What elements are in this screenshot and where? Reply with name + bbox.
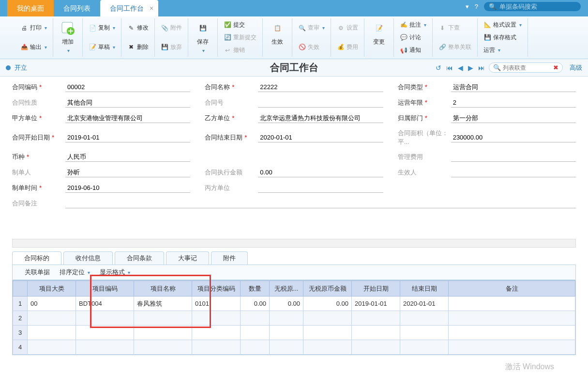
cell-qty[interactable]: 0.00 [241, 297, 270, 311]
list-search-input[interactable] [503, 64, 551, 71]
cell-qty[interactable] [241, 326, 270, 340]
print-button[interactable]: 🖨打印▾ [17, 22, 50, 33]
cell-remark[interactable] [449, 297, 575, 311]
abandon-button[interactable]: 💾放弃 [158, 42, 185, 53]
cell-cat[interactable]: 00 [28, 297, 76, 311]
dtab-events[interactable]: 大事记 [166, 251, 209, 265]
prev-icon[interactable]: ◀ [457, 64, 464, 72]
barcode-search[interactable]: 🔍 [484, 2, 581, 11]
nature-input[interactable] [65, 98, 190, 108]
revoke-button[interactable]: ↩撤销 [221, 45, 259, 56]
col-price[interactable]: 无税原... [270, 281, 303, 297]
resubmit-button[interactable]: 🔄重新提交 [221, 32, 259, 43]
effect-button[interactable]: 📋生效 [266, 18, 289, 48]
tab-contract-workbench[interactable]: 合同工作台 × [100, 0, 158, 16]
col-amt[interactable]: 无税原币金额 [303, 281, 352, 297]
submit-button[interactable]: ✅提交 [221, 19, 259, 31]
time-input[interactable] [65, 183, 190, 193]
cell-amt[interactable] [303, 340, 352, 355]
first-icon[interactable]: ⏮ [445, 64, 454, 72]
cell-start[interactable] [352, 326, 400, 340]
barcode-search-input[interactable] [499, 3, 581, 10]
cost-button[interactable]: 💰费用 [334, 42, 361, 53]
table-row[interactable]: 4 [13, 340, 575, 355]
dtab-payment[interactable]: 收付信息 [63, 251, 113, 265]
cell-end[interactable] [400, 340, 449, 355]
cell-end[interactable] [400, 326, 449, 340]
below-button[interactable]: ⬇下查 [436, 22, 474, 33]
cell-remark[interactable] [449, 311, 575, 326]
cell-qty[interactable] [241, 311, 270, 326]
help-icon[interactable]: ? [475, 3, 478, 10]
col-rownum[interactable] [13, 281, 28, 297]
col-remark[interactable]: 备注 [449, 281, 575, 297]
format-button[interactable]: 📐格式设置▾ [481, 19, 525, 31]
list-search[interactable]: 🔍 ✖ [489, 62, 563, 73]
cell-end[interactable] [400, 311, 449, 326]
cell-price[interactable] [270, 340, 303, 355]
amt-input[interactable] [258, 168, 383, 177]
detail-grid[interactable]: 项目大类 项目编码 项目名称 项目分类编码 数量 无税原... 无税原币金额 开… [13, 281, 575, 355]
pa-input[interactable] [65, 113, 190, 123]
cell-cls[interactable] [192, 340, 241, 355]
area-input[interactable] [451, 133, 576, 142]
curr-input[interactable] [65, 152, 190, 162]
years-input[interactable] [451, 98, 576, 108]
remark-input[interactable] [65, 199, 576, 208]
attach-button[interactable]: 📎附件 [158, 22, 185, 33]
modify-button[interactable]: ✎修改 [124, 22, 151, 33]
dept-input[interactable] [451, 113, 576, 123]
cell-cat[interactable] [28, 340, 76, 355]
discuss-button[interactable]: 💬讨论 [397, 32, 429, 43]
close-icon[interactable]: × [150, 4, 153, 12]
eff-input[interactable] [451, 168, 576, 177]
notify-button[interactable]: 📢通知 [397, 45, 429, 56]
start-input[interactable] [65, 133, 190, 142]
output-button[interactable]: 📤输出▾ [17, 42, 50, 53]
col-qty[interactable]: 数量 [241, 281, 270, 297]
tab-contract-list[interactable]: 合同列表 [54, 0, 100, 16]
cell-cat[interactable] [28, 326, 76, 340]
dtab-target[interactable]: 合同标的 [12, 251, 61, 265]
assoc-button[interactable]: 🔗整单关联 [436, 42, 474, 53]
cell-start[interactable] [352, 340, 400, 355]
review-button[interactable]: 🔍查审▾ [295, 22, 328, 33]
approve-button[interactable]: ✍批注▾ [397, 19, 429, 31]
cell-qty[interactable] [241, 340, 270, 355]
advanced-link[interactable]: 高级 [570, 63, 582, 72]
cell-end[interactable]: 2020-01-01 [400, 297, 449, 311]
maker-input[interactable] [65, 168, 190, 177]
operate-button[interactable]: 运营▾ [481, 45, 525, 56]
cell-code[interactable]: BDT004 [76, 297, 134, 311]
tab-desktop[interactable]: 我的桌面 [7, 0, 54, 16]
col-name[interactable]: 项目名称 [134, 281, 192, 297]
dtab-terms[interactable]: 合同条款 [115, 251, 164, 265]
save-button[interactable]: 💾保存▾ [191, 18, 214, 55]
cell-remark[interactable] [449, 326, 575, 340]
next-icon[interactable]: ▶ [467, 64, 474, 72]
cell-code[interactable] [76, 340, 134, 355]
cell-cls[interactable] [192, 311, 241, 326]
cell-cls[interactable]: 0101 [192, 297, 241, 311]
undo-icon[interactable]: ↺ [435, 64, 442, 72]
cell-code[interactable] [76, 326, 134, 340]
last-icon[interactable]: ⏭ [477, 64, 486, 72]
table-row[interactable]: 3 [13, 326, 575, 340]
copy-button[interactable]: 📄复制▾ [86, 22, 118, 33]
cell-price[interactable] [270, 311, 303, 326]
cell-name[interactable] [134, 326, 192, 340]
code-input[interactable] [65, 82, 190, 92]
cell-start[interactable] [352, 311, 400, 326]
cell-amt[interactable]: 0.00 [303, 297, 352, 311]
clear-icon[interactable]: ✖ [553, 64, 558, 71]
dt-sort[interactable]: 排序定位▾ [60, 268, 90, 277]
cell-price[interactable]: 0.00 [270, 297, 303, 311]
cell-start[interactable]: 2019-01-01 [352, 297, 400, 311]
col-cls[interactable]: 项目分类编码 [192, 281, 241, 297]
mfee-input[interactable] [451, 152, 576, 162]
cell-remark[interactable] [449, 340, 575, 355]
cell-name[interactable] [134, 340, 192, 355]
pc-input[interactable] [258, 183, 383, 193]
type-input[interactable] [451, 82, 576, 92]
pb-input[interactable] [258, 113, 383, 123]
